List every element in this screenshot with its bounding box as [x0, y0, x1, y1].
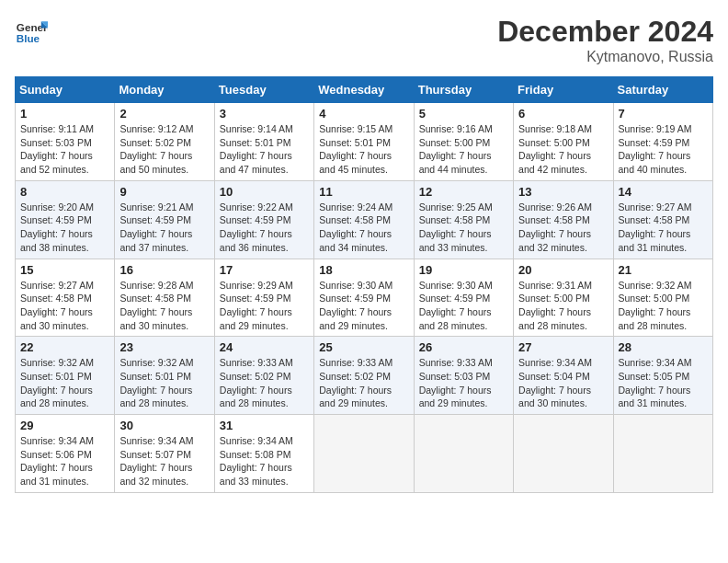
- calendar-cell: 29 Sunrise: 9:34 AMSunset: 5:06 PMDaylig…: [16, 415, 115, 493]
- calendar-cell: 19 Sunrise: 9:30 AMSunset: 4:59 PMDaylig…: [414, 259, 513, 337]
- day-info: Sunrise: 9:33 AMSunset: 5:02 PMDaylight:…: [220, 356, 309, 410]
- day-info: Sunrise: 9:27 AMSunset: 4:58 PMDaylight:…: [619, 201, 708, 255]
- day-number: 23: [119, 340, 209, 354]
- calendar-cell: [514, 415, 613, 493]
- day-info: Sunrise: 9:34 AMSunset: 5:04 PMDaylight:…: [518, 356, 608, 410]
- calendar-cell: 21 Sunrise: 9:32 AMSunset: 5:00 PMDaylig…: [613, 259, 712, 337]
- day-number: 31: [220, 419, 309, 432]
- calendar-cell: 24 Sunrise: 9:33 AMSunset: 5:02 PMDaylig…: [214, 337, 313, 415]
- day-number: 8: [20, 185, 109, 199]
- calendar-cell: 18 Sunrise: 9:30 AMSunset: 4:59 PMDaylig…: [314, 259, 414, 337]
- day-number: 10: [220, 185, 309, 199]
- day-info: Sunrise: 9:24 AMSunset: 4:58 PMDaylight:…: [319, 201, 408, 255]
- col-header-tuesday: Tuesday: [214, 77, 313, 103]
- day-info: Sunrise: 9:34 AMSunset: 5:08 PMDaylight:…: [220, 434, 309, 488]
- calendar-cell: 2 Sunrise: 9:12 AMSunset: 5:02 PMDayligh…: [115, 103, 214, 181]
- day-number: 21: [619, 263, 708, 277]
- day-info: Sunrise: 9:14 AMSunset: 5:01 PMDaylight:…: [220, 122, 309, 177]
- calendar-cell: 4 Sunrise: 9:15 AMSunset: 5:01 PMDayligh…: [314, 103, 414, 181]
- day-number: 7: [619, 107, 708, 121]
- calendar-cell: 6 Sunrise: 9:18 AMSunset: 5:00 PMDayligh…: [514, 103, 613, 181]
- calendar-week-row: 29 Sunrise: 9:34 AMSunset: 5:06 PMDaylig…: [16, 415, 713, 493]
- day-number: 2: [119, 107, 209, 121]
- col-header-monday: Monday: [115, 77, 214, 103]
- calendar-cell: 26 Sunrise: 9:33 AMSunset: 5:03 PMDaylig…: [414, 337, 513, 415]
- day-info: Sunrise: 9:20 AMSunset: 4:59 PMDaylight:…: [20, 201, 109, 255]
- calendar-cell: 15 Sunrise: 9:27 AMSunset: 4:58 PMDaylig…: [16, 259, 115, 337]
- day-number: 25: [319, 340, 408, 354]
- calendar-cell: 20 Sunrise: 9:31 AMSunset: 5:00 PMDaylig…: [514, 259, 613, 337]
- day-number: 24: [220, 340, 309, 354]
- calendar-cell: 31 Sunrise: 9:34 AMSunset: 5:08 PMDaylig…: [214, 415, 313, 493]
- day-info: Sunrise: 9:26 AMSunset: 4:58 PMDaylight:…: [518, 201, 608, 255]
- day-info: Sunrise: 9:29 AMSunset: 4:59 PMDaylight:…: [220, 279, 309, 333]
- day-info: Sunrise: 9:33 AMSunset: 5:03 PMDaylight:…: [419, 356, 508, 410]
- calendar-cell: [613, 415, 712, 493]
- day-info: Sunrise: 9:12 AMSunset: 5:02 PMDaylight:…: [119, 122, 209, 177]
- day-number: 17: [220, 263, 309, 277]
- col-header-friday: Friday: [514, 77, 613, 103]
- day-info: Sunrise: 9:28 AMSunset: 4:58 PMDaylight:…: [119, 279, 209, 333]
- calendar-cell: 25 Sunrise: 9:33 AMSunset: 5:02 PMDaylig…: [314, 337, 414, 415]
- day-info: Sunrise: 9:30 AMSunset: 4:59 PMDaylight:…: [319, 279, 408, 333]
- col-header-wednesday: Wednesday: [314, 77, 414, 103]
- day-info: Sunrise: 9:31 AMSunset: 5:00 PMDaylight:…: [518, 279, 608, 333]
- calendar-cell: 7 Sunrise: 9:19 AMSunset: 4:59 PMDayligh…: [613, 103, 712, 181]
- calendar-week-row: 8 Sunrise: 9:20 AMSunset: 4:59 PMDayligh…: [16, 180, 713, 259]
- day-info: Sunrise: 9:32 AMSunset: 5:01 PMDaylight:…: [119, 356, 209, 410]
- calendar-header-row: SundayMondayTuesdayWednesdayThursdayFrid…: [16, 77, 713, 103]
- day-info: Sunrise: 9:32 AMSunset: 5:00 PMDaylight:…: [619, 279, 708, 333]
- day-info: Sunrise: 9:34 AMSunset: 5:05 PMDaylight:…: [619, 356, 708, 410]
- day-number: 20: [518, 263, 608, 277]
- logo-icon: General Blue: [15, 15, 48, 48]
- day-number: 30: [119, 419, 209, 432]
- calendar-table: SundayMondayTuesdayWednesdayThursdayFrid…: [15, 76, 713, 493]
- col-header-saturday: Saturday: [613, 77, 712, 103]
- day-number: 29: [20, 419, 109, 432]
- day-number: 5: [419, 107, 508, 121]
- calendar-cell: 3 Sunrise: 9:14 AMSunset: 5:01 PMDayligh…: [214, 103, 313, 181]
- day-info: Sunrise: 9:34 AMSunset: 5:06 PMDaylight:…: [20, 434, 109, 488]
- calendar-cell: 10 Sunrise: 9:22 AMSunset: 4:59 PMDaylig…: [214, 180, 313, 259]
- day-info: Sunrise: 9:33 AMSunset: 5:02 PMDaylight:…: [319, 356, 408, 410]
- day-number: 9: [119, 185, 209, 199]
- calendar-cell: 5 Sunrise: 9:16 AMSunset: 5:00 PMDayligh…: [414, 103, 513, 181]
- calendar-cell: 8 Sunrise: 9:20 AMSunset: 4:59 PMDayligh…: [16, 180, 115, 259]
- day-info: Sunrise: 9:15 AMSunset: 5:01 PMDaylight:…: [319, 122, 408, 177]
- day-number: 6: [518, 107, 608, 121]
- calendar-cell: 13 Sunrise: 9:26 AMSunset: 4:58 PMDaylig…: [514, 180, 613, 259]
- calendar-cell: 17 Sunrise: 9:29 AMSunset: 4:59 PMDaylig…: [214, 259, 313, 337]
- calendar-cell: 11 Sunrise: 9:24 AMSunset: 4:58 PMDaylig…: [314, 180, 414, 259]
- day-number: 15: [20, 263, 109, 277]
- day-number: 16: [119, 263, 209, 277]
- day-info: Sunrise: 9:18 AMSunset: 5:00 PMDaylight:…: [518, 122, 608, 177]
- title-block: December 2024 Kytmanovo, Russia: [497, 15, 713, 65]
- calendar-cell: 28 Sunrise: 9:34 AMSunset: 5:05 PMDaylig…: [613, 337, 712, 415]
- day-info: Sunrise: 9:16 AMSunset: 5:00 PMDaylight:…: [419, 122, 508, 177]
- day-info: Sunrise: 9:11 AMSunset: 5:03 PMDaylight:…: [20, 122, 109, 177]
- day-number: 1: [20, 107, 109, 121]
- calendar-cell: 22 Sunrise: 9:32 AMSunset: 5:01 PMDaylig…: [16, 337, 115, 415]
- svg-text:Blue: Blue: [17, 32, 40, 44]
- day-number: 18: [319, 263, 408, 277]
- calendar-cell: [314, 415, 414, 493]
- day-info: Sunrise: 9:25 AMSunset: 4:58 PMDaylight:…: [419, 201, 508, 255]
- day-number: 28: [619, 340, 708, 354]
- day-number: 13: [518, 185, 608, 199]
- day-info: Sunrise: 9:30 AMSunset: 4:59 PMDaylight:…: [419, 279, 508, 333]
- calendar-cell: 23 Sunrise: 9:32 AMSunset: 5:01 PMDaylig…: [115, 337, 214, 415]
- day-info: Sunrise: 9:21 AMSunset: 4:59 PMDaylight:…: [119, 201, 209, 255]
- day-number: 26: [419, 340, 508, 354]
- page-header: General Blue December 2024 Kytmanovo, Ru…: [15, 15, 713, 65]
- day-info: Sunrise: 9:22 AMSunset: 4:59 PMDaylight:…: [220, 201, 309, 255]
- month-title: December 2024: [497, 15, 713, 49]
- day-info: Sunrise: 9:32 AMSunset: 5:01 PMDaylight:…: [20, 356, 109, 410]
- day-info: Sunrise: 9:34 AMSunset: 5:07 PMDaylight:…: [119, 434, 209, 488]
- day-number: 14: [619, 185, 708, 199]
- col-header-thursday: Thursday: [414, 77, 513, 103]
- col-header-sunday: Sunday: [16, 77, 115, 103]
- day-info: Sunrise: 9:27 AMSunset: 4:58 PMDaylight:…: [20, 279, 109, 333]
- day-number: 12: [419, 185, 508, 199]
- calendar-cell: 27 Sunrise: 9:34 AMSunset: 5:04 PMDaylig…: [514, 337, 613, 415]
- calendar-week-row: 15 Sunrise: 9:27 AMSunset: 4:58 PMDaylig…: [16, 259, 713, 337]
